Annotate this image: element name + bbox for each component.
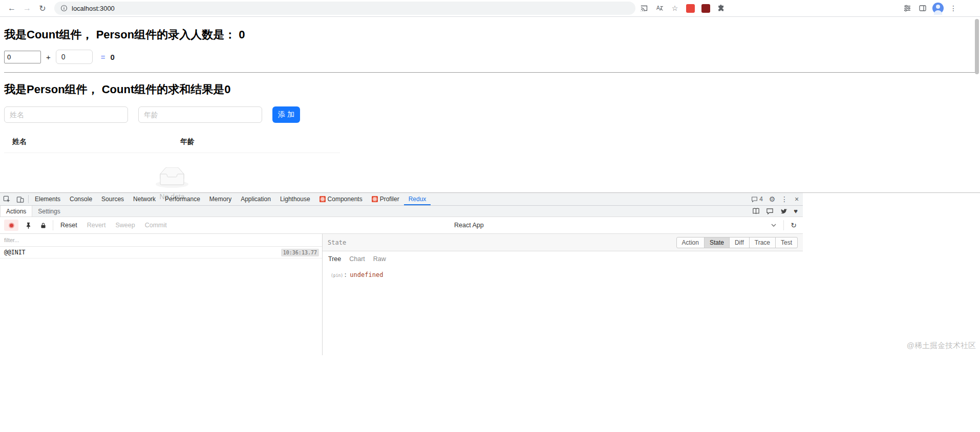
- action-name: @@INIT: [4, 249, 26, 256]
- inspector-pane: State Action State Diff Trace Test Tree …: [323, 234, 803, 355]
- revert-button[interactable]: Revert: [84, 222, 109, 229]
- name-input[interactable]: [4, 106, 128, 123]
- devtools-tab-redux[interactable]: Redux: [404, 193, 431, 205]
- redux-header-icons: ♥: [752, 206, 803, 217]
- extensions-puzzle-icon[interactable]: [714, 2, 728, 15]
- age-input[interactable]: [138, 106, 262, 123]
- table-header-age: 年龄: [172, 131, 340, 153]
- plus-sign: +: [46, 53, 51, 61]
- devtools-tab-profiler[interactable]: Profiler: [367, 193, 404, 205]
- table-header-row: 姓名 年龄: [4, 131, 340, 153]
- filter-row: [0, 234, 322, 247]
- inspector-tabs: Action State Diff Trace Test: [676, 237, 798, 248]
- person-form: 添 加: [4, 106, 976, 123]
- twitter-bird-icon[interactable]: [780, 207, 787, 215]
- lock-icon[interactable]: [38, 220, 48, 231]
- action-timestamp: 10:36:13.77: [281, 249, 319, 256]
- issues-count: 4: [759, 196, 763, 203]
- issues-icon: [751, 196, 758, 203]
- toolbar-divider: [783, 220, 784, 230]
- action-list-item[interactable]: @@INIT 10:36:13.77: [0, 247, 322, 258]
- devtools-tabbar-right: 4 ⚙ ⋮ ×: [748, 193, 803, 205]
- pin-icon[interactable]: [23, 220, 33, 231]
- empty-text: No data: [159, 192, 184, 201]
- table-empty-state: No data: [4, 153, 340, 206]
- translate-icon[interactable]: A: [653, 2, 666, 15]
- redux-toolbar: Reset Revert Sweep Commit React App ↻: [0, 217, 803, 234]
- instance-select[interactable]: React App: [174, 222, 764, 229]
- state-view-tabs: Tree Chart Raw: [323, 251, 803, 266]
- back-icon[interactable]: ←: [5, 2, 18, 15]
- table-header-name: 姓名: [4, 131, 172, 153]
- redux-main: @@INIT 10:36:13.77 State Action State Di…: [0, 234, 803, 355]
- issues-button[interactable]: 4: [748, 196, 766, 203]
- address-bar[interactable]: localhost:3000: [54, 2, 635, 15]
- browser-menu-icon[interactable]: ⋮: [947, 2, 960, 15]
- chevron-down-icon[interactable]: [769, 220, 779, 231]
- redux-tab-settings[interactable]: Settings: [32, 206, 66, 217]
- reload-icon[interactable]: ↻: [36, 2, 49, 15]
- state-value: undefined: [350, 271, 383, 278]
- inspector-tab-diff[interactable]: Diff: [729, 237, 750, 248]
- inspector-tab-state[interactable]: State: [704, 237, 730, 248]
- person-heading: 我是Person组件， Count组件的求和结果是0: [4, 82, 976, 97]
- devtools-panel: Elements Console Sources Network Perform…: [0, 193, 803, 355]
- docs-book-icon[interactable]: [752, 207, 760, 215]
- filter-input[interactable]: [0, 234, 322, 246]
- sum-row: + = 0: [4, 50, 976, 64]
- toolbar-divider: [53, 220, 53, 230]
- view-tab-raw[interactable]: Raw: [373, 255, 386, 263]
- state-tree: (pin):undefined: [323, 266, 803, 284]
- record-button[interactable]: [4, 220, 18, 231]
- svg-text:A: A: [656, 5, 660, 11]
- refresh-icon[interactable]: ↻: [789, 220, 799, 231]
- inspector-header: State Action State Diff Trace Test: [323, 234, 803, 251]
- cast-icon[interactable]: [637, 2, 651, 15]
- page-content: 我是Count组件， Person组件的录入人数是： 0 + = 0 我是Per…: [0, 17, 980, 192]
- extension-red-icon[interactable]: [684, 2, 697, 15]
- react-devtools-icon: [372, 196, 378, 202]
- redux-tab-actions[interactable]: Actions: [0, 206, 32, 217]
- redux-panel-header: Actions Settings ♥: [0, 206, 803, 217]
- person-table: 姓名 年龄 No data: [4, 131, 340, 206]
- inspector-tab-action[interactable]: Action: [676, 237, 705, 248]
- devtools-menu-icon[interactable]: ⋮: [778, 195, 791, 203]
- forward-icon[interactable]: →: [20, 2, 34, 15]
- view-tab-chart[interactable]: Chart: [349, 255, 365, 263]
- inspector-tab-trace[interactable]: Trace: [749, 237, 776, 248]
- tab-label: Profiler: [380, 196, 399, 203]
- record-icon: [9, 223, 14, 228]
- count-heading: 我是Count组件， Person组件的录入人数是： 0: [4, 27, 976, 42]
- browser-toolbar: ← → ↻ localhost:3000 A ☆ ⋮: [0, 0, 980, 17]
- sweep-button[interactable]: Sweep: [113, 222, 137, 229]
- page-scrollbar[interactable]: [975, 19, 979, 74]
- add-button[interactable]: 添 加: [272, 106, 300, 123]
- pin-key-label: (pin): [331, 273, 343, 278]
- sliders-icon[interactable]: [901, 2, 914, 15]
- side-panel-icon[interactable]: [916, 2, 929, 15]
- extension-darkred-icon[interactable]: [699, 2, 712, 15]
- num2-input[interactable]: [56, 50, 93, 64]
- devtools-settings-icon[interactable]: ⚙: [766, 195, 778, 203]
- num1-input[interactable]: [4, 51, 41, 63]
- action-list-pane: @@INIT 10:36:13.77: [0, 234, 323, 355]
- bookmark-star-icon[interactable]: ☆: [668, 2, 681, 15]
- reset-button[interactable]: Reset: [58, 222, 80, 229]
- pin-colon: :: [344, 271, 347, 278]
- section-divider: [4, 72, 976, 73]
- devtools-close-icon[interactable]: ×: [791, 195, 803, 203]
- commit-button[interactable]: Commit: [142, 222, 169, 229]
- view-tab-tree[interactable]: Tree: [328, 255, 341, 263]
- site-info-icon[interactable]: [60, 5, 68, 12]
- profile-avatar[interactable]: [931, 2, 945, 15]
- watermark: @稀土掘金技术社区: [907, 341, 976, 351]
- support-heart-icon[interactable]: ♥: [794, 207, 798, 215]
- equals-sign: =: [101, 53, 105, 61]
- url-text[interactable]: localhost:3000: [72, 5, 115, 12]
- inspector-title: State: [328, 239, 346, 246]
- empty-inbox-icon: [156, 167, 188, 188]
- feedback-chat-icon[interactable]: [766, 207, 774, 215]
- inspector-tab-test[interactable]: Test: [775, 237, 798, 248]
- sum-result: 0: [111, 53, 115, 61]
